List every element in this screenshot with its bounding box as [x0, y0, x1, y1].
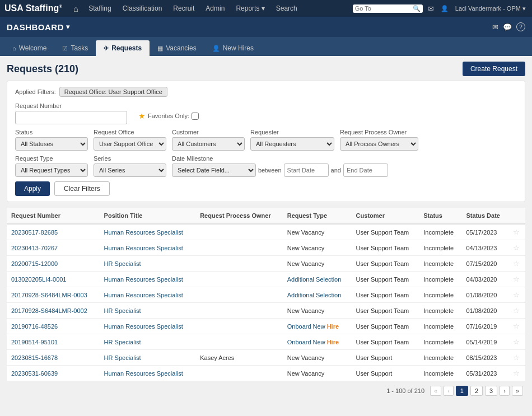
request-type-link[interactable]: Onboard New Hire [287, 323, 339, 330]
favorite-star-icon[interactable]: ☆ [513, 291, 520, 299]
table-row: 20230517-82685Human Resources Specialist… [7, 224, 525, 240]
cell-process-owner [195, 319, 283, 334]
cell-process-owner [195, 334, 283, 350]
position-title-link[interactable]: Human Resources Specialist [104, 292, 183, 298]
dashboard-bar: DASHBOARD ▾ ✉ 💬 ? [0, 17, 532, 37]
position-title-link[interactable]: Human Resources Specialist [104, 370, 183, 377]
position-title-link[interactable]: Human Resources Specialist [104, 276, 183, 283]
requester-select[interactable]: All Requesters [250, 137, 334, 151]
request-number-link[interactable]: 20200715-12000 [11, 260, 58, 267]
request-office-select[interactable]: User Support Office All Offices [94, 137, 166, 151]
position-title-link[interactable]: HR Specialist [104, 339, 141, 345]
request-number-link[interactable]: 20230815-16678 [11, 354, 58, 361]
favorite-star-icon[interactable]: ☆ [513, 244, 520, 252]
cell-position-title: HR Specialist [100, 256, 196, 272]
request-type-label: Request Type [15, 155, 88, 162]
cell-star: ☆ [508, 350, 525, 366]
filter-tag-0[interactable]: Request Office: User Support Office [59, 87, 167, 97]
status-group: Status All Statuses Incomplete Complete … [15, 129, 88, 151]
start-date-input[interactable] [284, 163, 329, 177]
tab-tasks[interactable]: ☑ Tasks [54, 40, 96, 56]
nav-right: 🔍 ✉ 👤 Laci Vandermark - OPM ▾ [353, 4, 528, 13]
process-owner-select[interactable]: All Process Owners [340, 137, 418, 151]
nav-admin[interactable]: Admin [200, 0, 230, 17]
pagination-next[interactable]: › [500, 386, 510, 396]
status-select[interactable]: All Statuses Incomplete Complete Cancell… [15, 137, 88, 151]
mail-icon[interactable]: ✉ [426, 4, 436, 13]
request-type-group: Request Type All Request Types New Vacan… [15, 155, 88, 177]
cell-customer: User Support Team [352, 240, 419, 256]
favorite-star-icon[interactable]: ☆ [513, 353, 520, 362]
pagination-prev[interactable]: ‹ [444, 386, 454, 396]
dashboard-mail-icon[interactable]: ✉ [492, 23, 498, 31]
date-milestone-group: Date Milestone Select Date Field... betw… [172, 155, 388, 177]
tab-welcome[interactable]: ⌂ Welcome [4, 40, 54, 56]
nav-reports[interactable]: Reports ▾ [230, 0, 270, 17]
customer-select[interactable]: All Customers [172, 137, 245, 151]
favorite-star-icon[interactable]: ☆ [513, 306, 520, 315]
request-type-link[interactable]: Additional Selection [287, 292, 342, 298]
position-title-link[interactable]: HR Specialist [104, 260, 141, 267]
nav-search[interactable]: Search [270, 0, 303, 17]
tab-new-hires[interactable]: 👤 New Hires [204, 40, 262, 56]
request-number-link[interactable]: 20190514-95101 [11, 339, 58, 345]
favorite-star-icon[interactable]: ☆ [513, 228, 520, 236]
tasks-tab-icon: ☑ [62, 45, 68, 52]
cell-position-title: Human Resources Specialist [100, 366, 196, 381]
request-type-select[interactable]: All Request Types New Vacancy Additional… [15, 163, 88, 177]
cell-process-owner [195, 366, 283, 381]
nav-recruit[interactable]: Recruit [167, 0, 200, 17]
position-title-link[interactable]: HR Specialist [104, 354, 141, 361]
dashboard-help-icon[interactable]: ? [516, 22, 525, 31]
request-number-link[interactable]: 20190716-48526 [11, 323, 58, 330]
favorite-star-icon[interactable]: ☆ [513, 275, 520, 283]
position-title-link[interactable]: HR Specialist [104, 307, 141, 314]
request-number-link[interactable]: 20230517-82685 [11, 229, 58, 236]
position-title-link[interactable]: Human Resources Specialist [104, 323, 183, 330]
request-type-link[interactable]: Onboard New Hire [287, 339, 339, 345]
request-number-input[interactable] [15, 111, 127, 124]
col-status: Status [419, 208, 461, 224]
create-request-button[interactable]: Create Request [463, 62, 525, 76]
pagination-last[interactable]: » [512, 386, 523, 396]
global-search-input[interactable] [355, 5, 411, 12]
series-select[interactable]: All Series [94, 163, 166, 177]
cell-request-number: 20230815-16678 [7, 350, 100, 366]
dashboard-chat-icon[interactable]: 💬 [503, 23, 512, 31]
favorite-star-icon[interactable]: ☆ [513, 259, 520, 268]
page-header: Requests (210) Create Request [7, 62, 525, 76]
request-number-link[interactable]: 20230413-70267 [11, 245, 58, 251]
position-title-link[interactable]: Human Resources Specialist [104, 229, 183, 236]
nav-staffing[interactable]: Staffing [83, 0, 116, 17]
request-number-link[interactable]: 20170928-S6484LMR-0002 [11, 307, 87, 314]
favorite-star-icon[interactable]: ☆ [513, 338, 520, 346]
tab-requests[interactable]: ✈ Requests [96, 40, 150, 56]
pagination-page-2[interactable]: 2 [470, 386, 483, 396]
end-date-input[interactable] [343, 163, 388, 177]
apply-button[interactable]: Apply [15, 181, 50, 196]
clear-filters-button[interactable]: Clear Filters [54, 181, 110, 196]
table-row: 20190514-95101HR SpecialistOnboard New H… [7, 334, 525, 350]
request-number-link[interactable]: 20230531-60639 [11, 370, 58, 377]
cell-status-date: 04/03/2020 [461, 272, 508, 287]
date-milestone-select[interactable]: Select Date Field... [172, 163, 256, 177]
favorites-checkbox[interactable] [192, 113, 199, 120]
request-number-link[interactable]: 013020205LI4-0001 [11, 276, 66, 283]
tab-vacancies[interactable]: ▦ Vacancies [150, 40, 204, 56]
request-number-link[interactable]: 20170928-S6484LMR-0003 [11, 292, 87, 298]
request-type-link[interactable]: Additional Selection [287, 276, 342, 283]
nav-classification[interactable]: Classification [117, 0, 168, 17]
pagination-page-1[interactable]: 1 [456, 386, 468, 396]
user-name[interactable]: Laci Vandermark - OPM ▾ [454, 5, 528, 12]
user-icon[interactable]: 👤 [439, 5, 450, 12]
table-row: 20230531-60639Human Resources Specialist… [7, 366, 525, 381]
cell-status-date: 01/08/2020 [461, 287, 508, 303]
position-title-link[interactable]: Human Resources Specialist [104, 245, 183, 251]
favorite-star-icon[interactable]: ☆ [513, 322, 520, 330]
process-owner-label: Request Process Owner [340, 129, 418, 135]
nav-home[interactable]: ⌂ [69, 4, 83, 13]
pagination-page-3[interactable]: 3 [485, 386, 497, 396]
col-actions [508, 208, 525, 224]
pagination-first[interactable]: « [430, 386, 441, 396]
favorite-star-icon[interactable]: ☆ [513, 369, 520, 377]
